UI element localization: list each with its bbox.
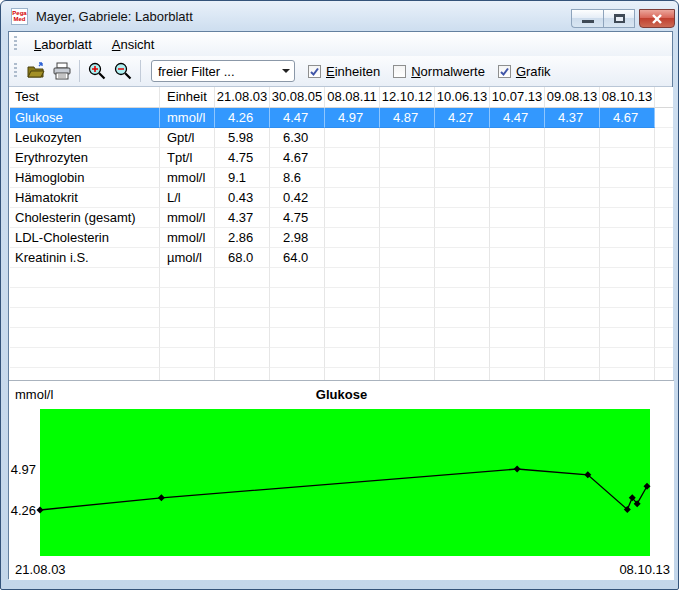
cell: 6.30 [270, 128, 325, 148]
cell [545, 148, 600, 168]
zoom-in-button[interactable] [84, 59, 110, 83]
menu-ansicht[interactable]: Ansicht [103, 34, 164, 55]
print-button[interactable] [49, 59, 75, 83]
cell [490, 288, 545, 308]
cell [380, 248, 435, 268]
chevron-down-icon [282, 69, 290, 73]
folder-open-icon [26, 62, 46, 80]
chart-panel: mmol/l Glukose 4.97 4.26 21.08.03 08.10.… [9, 380, 674, 580]
checkbox-box[interactable] [308, 65, 321, 78]
table-header-row: TestEinheit21.08.0330.08.0508.08.1112.10… [10, 87, 673, 108]
filter-dropdown[interactable]: freier Filter ... [151, 60, 295, 82]
cell [215, 308, 270, 328]
cell [600, 228, 655, 248]
client-area: Laborblatt Ansicht [8, 31, 673, 579]
check-icon [309, 66, 320, 77]
cell: 4.97 [325, 108, 380, 128]
minimize-icon [582, 20, 594, 23]
table-row-erythrozyten[interactable]: ErythrozytenTpt/l4.754.67 [10, 148, 673, 168]
cell [10, 268, 160, 288]
cell [435, 208, 490, 228]
table-row-h-moglobin[interactable]: Hämoglobinmmol/l9.18.6 [10, 168, 673, 188]
cell [490, 308, 545, 328]
cell [600, 348, 655, 368]
checkbox-box[interactable] [393, 65, 406, 78]
app-window: Pega Med Mayer, Gabriele: Laborblatt Lab… [0, 0, 679, 590]
row-filler [655, 188, 673, 208]
checkbox-box[interactable] [498, 65, 511, 78]
table-row-kreatinin-i-s-[interactable]: Kreatinin i.S.µmol/l68.064.0 [10, 248, 673, 268]
empty-table-row [10, 328, 673, 348]
cell [380, 188, 435, 208]
x-axis-tick-label-end: 08.10.13 [619, 562, 670, 577]
cell [325, 348, 380, 368]
checkbox-normalwerte[interactable]: Normalwerte [393, 63, 485, 79]
cell: 4.75 [270, 208, 325, 228]
app-icon: Pega Med [11, 8, 28, 25]
empty-table-row [10, 268, 673, 288]
window-title: Mayer, Gabriele: Laborblatt [36, 9, 193, 24]
cell [435, 228, 490, 248]
checkbox-label: Grafik [516, 63, 551, 79]
minimize-button[interactable] [571, 9, 603, 28]
menubar-grip[interactable] [14, 36, 17, 52]
toolbar-separator [140, 60, 141, 82]
cell [545, 208, 600, 228]
table-row-glukose[interactable]: Glukosemmol/l4.264.474.974.874.274.474.3… [10, 108, 673, 128]
cell: 4.27 [435, 108, 490, 128]
cell: 30.08.05 [270, 87, 325, 108]
cell [380, 268, 435, 288]
cell: mmol/l [160, 108, 215, 128]
cell: 21.08.03 [215, 87, 270, 108]
checkbox-einheiten[interactable]: Einheiten [308, 63, 380, 79]
toolbar-grip[interactable] [14, 63, 17, 79]
cell: Gpt/l [160, 128, 215, 148]
cell [270, 308, 325, 328]
cell: 4.37 [215, 208, 270, 228]
cell [435, 328, 490, 348]
open-button[interactable] [23, 59, 49, 83]
app-icon-text-bottom: Med [14, 16, 26, 22]
menu-laborblatt[interactable]: Laborblatt [25, 34, 101, 55]
cell [380, 128, 435, 148]
cell [600, 308, 655, 328]
cell [215, 328, 270, 348]
cell: LDL-Cholesterin [10, 228, 160, 248]
x-axis-tick-label-start: 21.08.03 [15, 562, 66, 577]
cell: Leukozyten [10, 128, 160, 148]
maximize-button[interactable] [603, 9, 635, 28]
cell [490, 368, 545, 380]
empty-table-row [10, 288, 673, 308]
cell [10, 288, 160, 308]
printer-icon [52, 62, 72, 80]
table-row-cholesterin-gesamt-[interactable]: Cholesterin (gesamt)mmol/l4.374.75 [10, 208, 673, 228]
empty-table-row [10, 348, 673, 368]
cell: Erythrozyten [10, 148, 160, 168]
cell: Test [10, 87, 160, 108]
cell [435, 308, 490, 328]
cell: Hämoglobin [10, 168, 160, 188]
cell [435, 148, 490, 168]
zoom-out-button[interactable] [110, 59, 136, 83]
cell [270, 368, 325, 380]
cell [380, 208, 435, 228]
cell [160, 268, 215, 288]
tool-bar: freier Filter ... Einheiten [9, 56, 672, 87]
cell [600, 148, 655, 168]
cell: Cholesterin (gesamt) [10, 208, 160, 228]
cell: 4.26 [215, 108, 270, 128]
filter-dropdown-arrow-button[interactable] [277, 61, 294, 81]
cell [10, 328, 160, 348]
row-filler [655, 128, 673, 148]
cell [490, 248, 545, 268]
table-row-h-matokrit[interactable]: HämatokritL/l0.430.42 [10, 188, 673, 208]
cell: Glukose [10, 108, 160, 128]
cell [490, 168, 545, 188]
table-row-leukozyten[interactable]: LeukozytenGpt/l5.986.30 [10, 128, 673, 148]
checkbox-grafik[interactable]: Grafik [498, 63, 551, 79]
close-button[interactable] [639, 9, 675, 28]
table-row-ldl-cholesterin[interactable]: LDL-Cholesterinmmol/l2.862.98 [10, 228, 673, 248]
cell: 4.75 [215, 148, 270, 168]
cell [435, 168, 490, 188]
cell: 2.98 [270, 228, 325, 248]
